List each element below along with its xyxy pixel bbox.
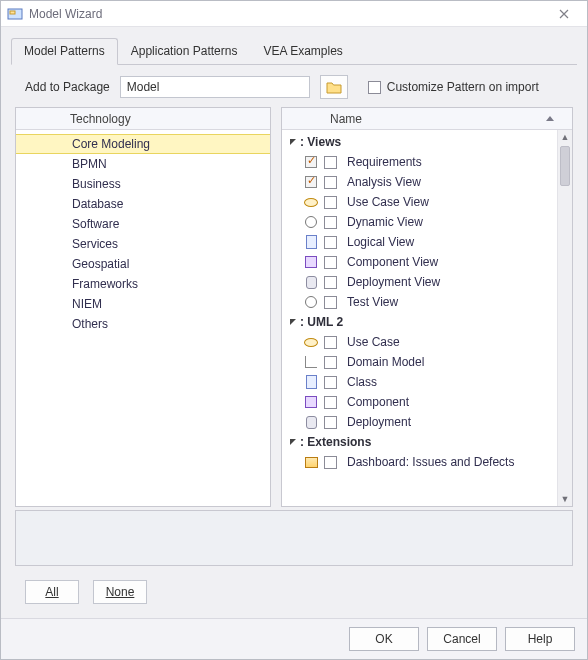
technology-item[interactable]: Database — [16, 194, 270, 214]
tree-item-checkbox[interactable] — [324, 196, 337, 209]
panels-area: Technology Core ModelingBPMNBusinessData… — [1, 107, 587, 500]
tree-item[interactable]: Component View — [284, 252, 572, 272]
technology-item[interactable]: Software — [16, 214, 270, 234]
description-panel — [15, 510, 573, 566]
tree-item-label: Deployment View — [347, 275, 440, 289]
tree-item-checkbox[interactable] — [324, 276, 337, 289]
technology-panel: Technology Core ModelingBPMNBusinessData… — [15, 107, 271, 507]
svg-rect-1 — [10, 11, 15, 14]
tree-group-label: : Extensions — [300, 435, 371, 449]
tree-item-checkbox[interactable] — [324, 216, 337, 229]
technology-header[interactable]: Technology — [16, 108, 270, 130]
tree-item-checkbox[interactable] — [324, 236, 337, 249]
tree-item-label: Dashboard: Issues and Defects — [347, 455, 514, 469]
tree-item[interactable]: Requirements — [284, 152, 572, 172]
tree-item-label: Domain Model — [347, 355, 424, 369]
tree-item-label: Analysis View — [347, 175, 421, 189]
tree-item-label: Class — [347, 375, 377, 389]
scrollbar[interactable]: ▲ ▼ — [557, 130, 572, 506]
tab-application-patterns[interactable]: Application Patterns — [118, 38, 251, 65]
help-button[interactable]: Help — [505, 627, 575, 651]
none-button[interactable]: None — [93, 580, 147, 604]
all-button[interactable]: All — [25, 580, 79, 604]
gear-icon — [302, 294, 320, 310]
dash-icon — [302, 454, 320, 470]
technology-item[interactable]: Frameworks — [16, 274, 270, 294]
technology-item[interactable]: Others — [16, 314, 270, 334]
tree-item-label: Use Case View — [347, 195, 429, 209]
tree-item[interactable]: Use Case — [284, 332, 572, 352]
customize-checkbox[interactable] — [368, 81, 381, 94]
technology-item[interactable]: Services — [16, 234, 270, 254]
tree-item-label: Requirements — [347, 155, 422, 169]
sort-caret-icon — [546, 116, 554, 121]
tree-item-checkbox[interactable] — [324, 256, 337, 269]
tree-item-checkbox[interactable] — [324, 156, 337, 169]
tree-item-checkbox[interactable] — [324, 376, 337, 389]
tree-item-checkbox[interactable] — [324, 336, 337, 349]
tree-item-checkbox[interactable] — [324, 356, 337, 369]
technology-item[interactable]: NIEM — [16, 294, 270, 314]
expand-caret-icon[interactable] — [288, 437, 298, 447]
bottom-left-buttons: All None — [1, 566, 587, 604]
tree-item[interactable]: Test View — [284, 292, 572, 312]
db-icon — [302, 274, 320, 290]
browse-folder-button[interactable] — [320, 75, 348, 99]
tree-group[interactable]: : Extensions — [284, 432, 572, 452]
check-icon — [302, 154, 320, 170]
tree-item[interactable]: Analysis View — [284, 172, 572, 192]
scroll-up-button[interactable]: ▲ — [558, 130, 572, 144]
name-header[interactable]: Name — [282, 108, 572, 130]
title-bar: Model Wizard — [1, 1, 587, 27]
technology-item[interactable]: Business — [16, 174, 270, 194]
ok-button[interactable]: OK — [349, 627, 419, 651]
tree-item[interactable]: Class — [284, 372, 572, 392]
scroll-down-button[interactable]: ▼ — [558, 492, 572, 506]
technology-item[interactable]: Core Modeling — [16, 134, 270, 154]
doc-icon — [302, 374, 320, 390]
tree-item-checkbox[interactable] — [324, 296, 337, 309]
name-header-label: Name — [330, 112, 362, 126]
expand-caret-icon[interactable] — [288, 317, 298, 327]
name-body: : ViewsRequirementsAnalysis ViewUse Case… — [282, 130, 572, 506]
tree-item-label: Dynamic View — [347, 215, 423, 229]
tab-vea-examples[interactable]: VEA Examples — [250, 38, 355, 65]
tab-model-patterns[interactable]: Model Patterns — [11, 38, 118, 65]
app-icon — [7, 6, 23, 22]
tree-item[interactable]: Deployment — [284, 412, 572, 432]
package-input[interactable] — [120, 76, 310, 98]
tree-item[interactable]: Deployment View — [284, 272, 572, 292]
check-icon — [302, 174, 320, 190]
cancel-button[interactable]: Cancel — [427, 627, 497, 651]
tree-item[interactable]: Component — [284, 392, 572, 412]
expand-caret-icon[interactable] — [288, 137, 298, 147]
tree-item[interactable]: Logical View — [284, 232, 572, 252]
box-icon — [302, 394, 320, 410]
close-button[interactable] — [547, 4, 581, 24]
ellipse-icon — [302, 194, 320, 210]
tree-item[interactable]: Use Case View — [284, 192, 572, 212]
window-title: Model Wizard — [29, 7, 547, 21]
tree-item[interactable]: Dashboard: Issues and Defects — [284, 452, 572, 472]
tree-item[interactable]: Domain Model — [284, 352, 572, 372]
tree-item-label: Deployment — [347, 415, 411, 429]
tree-group[interactable]: : UML 2 — [284, 312, 572, 332]
tree-item[interactable]: Dynamic View — [284, 212, 572, 232]
tree-item-checkbox[interactable] — [324, 396, 337, 409]
name-panel: Name : ViewsRequirementsAnalysis ViewUse… — [281, 107, 573, 507]
technology-item[interactable]: Geospatial — [16, 254, 270, 274]
tree-item-label: Use Case — [347, 335, 400, 349]
scroll-thumb[interactable] — [560, 146, 570, 186]
tree-item-label: Component — [347, 395, 409, 409]
tree-item-checkbox[interactable] — [324, 456, 337, 469]
tree-icon — [302, 354, 320, 370]
tree-item-label: Test View — [347, 295, 398, 309]
tree-group[interactable]: : Views — [284, 132, 572, 152]
box-icon — [302, 254, 320, 270]
technology-item[interactable]: BPMN — [16, 154, 270, 174]
tree-item-label: Logical View — [347, 235, 414, 249]
tree-item-checkbox[interactable] — [324, 416, 337, 429]
customize-checkbox-wrap[interactable]: Customize Pattern on import — [368, 80, 539, 94]
tree-item-checkbox[interactable] — [324, 176, 337, 189]
customize-label: Customize Pattern on import — [387, 80, 539, 94]
